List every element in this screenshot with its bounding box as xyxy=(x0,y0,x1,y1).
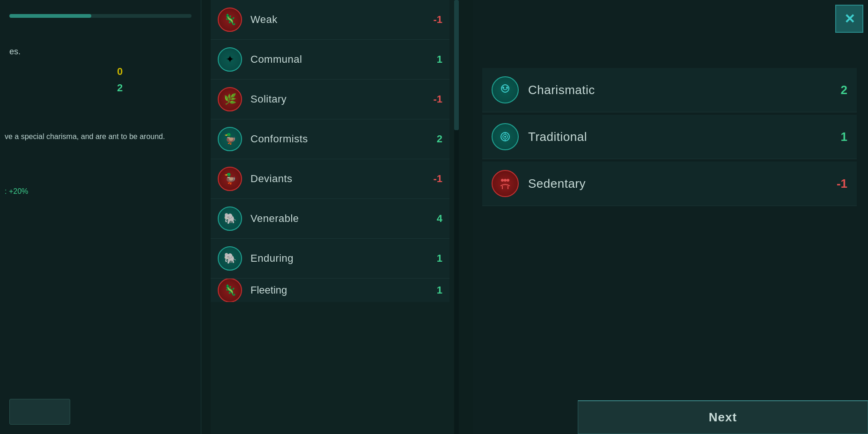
weak-icon: 🦎 xyxy=(218,7,242,32)
sedentary-icon xyxy=(492,170,519,197)
close-button[interactable]: ✕ xyxy=(835,5,863,33)
left-panel: es. 0 2 ve a special charisma, and are a… xyxy=(0,0,201,434)
deviants-label: Deviants xyxy=(250,173,426,185)
svg-point-2 xyxy=(506,87,508,88)
svg-point-5 xyxy=(504,136,506,138)
svg-point-0 xyxy=(501,85,509,92)
solitary-label: Solitary xyxy=(250,93,426,105)
fleeting-label: Fleeting xyxy=(250,284,287,296)
communal-label: Communal xyxy=(250,53,426,66)
selected-trait-traditional[interactable]: Traditional 1 xyxy=(482,115,857,159)
progress-bar-fill xyxy=(9,14,91,18)
trait-item-venerable[interactable]: 🐘 Venerable 4 xyxy=(211,199,449,239)
scrollbar-thumb[interactable] xyxy=(454,0,459,130)
conformists-cost: 2 xyxy=(426,133,442,145)
venerable-icon: 🐘 xyxy=(218,206,242,231)
progress-bar xyxy=(9,14,191,18)
svg-point-8 xyxy=(504,179,507,182)
stat-two: 2 xyxy=(117,82,123,94)
venerable-label: Venerable xyxy=(250,213,426,225)
conformists-label: Conformists xyxy=(250,133,426,145)
svg-point-9 xyxy=(501,179,504,182)
weak-cost: -1 xyxy=(426,14,442,26)
trait-item-deviants[interactable]: 🦆 Deviants -1 xyxy=(211,159,449,199)
enduring-cost: 1 xyxy=(426,252,442,265)
trait-bonus: : +20% xyxy=(5,187,28,196)
sedentary-cost: -1 xyxy=(829,177,847,191)
selected-traits-panel: Charismatic 2 Traditional 1 xyxy=(473,0,868,434)
deviants-cost: -1 xyxy=(426,173,442,185)
solitary-icon: 🌿 xyxy=(218,87,242,111)
communal-cost: 1 xyxy=(426,53,442,66)
enduring-icon: 🐘 xyxy=(218,246,242,271)
stat-zero: 0 xyxy=(117,66,123,78)
charismatic-label: Charismatic xyxy=(528,83,829,97)
enduring-label: Enduring xyxy=(250,252,426,265)
charismatic-cost: 2 xyxy=(829,83,847,97)
traditional-cost: 1 xyxy=(829,130,847,144)
svg-point-1 xyxy=(502,87,504,88)
trait-item-weak[interactable]: 🦎 Weak -1 xyxy=(211,0,449,40)
svg-point-10 xyxy=(507,179,509,182)
trait-item-fleeting[interactable]: 🦎 Fleeting 1 xyxy=(211,279,449,302)
next-button[interactable]: Next xyxy=(578,400,868,434)
trait-item-solitary[interactable]: 🌿 Solitary -1 xyxy=(211,80,449,119)
venerable-cost: 4 xyxy=(426,213,442,225)
conformists-icon: 🦆 xyxy=(218,127,242,151)
solitary-cost: -1 xyxy=(426,93,442,105)
sedentary-label: Sedentary xyxy=(528,177,829,191)
traditional-icon xyxy=(492,123,519,150)
charismatic-icon xyxy=(492,76,519,103)
trait-list-panel: 🦎 Weak -1 ✦ Communal 1 🌿 Solitary -1 🦆 C… xyxy=(211,0,459,434)
scrollbar[interactable] xyxy=(454,0,459,434)
fleeting-icon: 🦎 xyxy=(218,279,242,302)
left-label: es. xyxy=(9,47,21,57)
selected-trait-charismatic[interactable]: Charismatic 2 xyxy=(482,68,857,112)
trait-item-enduring[interactable]: 🐘 Enduring 1 xyxy=(211,239,449,279)
trait-item-conformists[interactable]: 🦆 Conformists 2 xyxy=(211,119,449,159)
communal-icon: ✦ xyxy=(218,47,242,72)
trait-item-communal[interactable]: ✦ Communal 1 xyxy=(211,40,449,80)
selected-trait-sedentary[interactable]: Sedentary -1 xyxy=(482,162,857,206)
bottom-left-button[interactable] xyxy=(9,399,70,425)
traditional-label: Traditional xyxy=(528,130,829,144)
weak-label: Weak xyxy=(250,14,426,26)
trait-description: ve a special charisma, and are ant to be… xyxy=(5,131,196,142)
fleeting-cost: 1 xyxy=(437,284,442,296)
deviants-icon: 🦆 xyxy=(218,167,242,191)
